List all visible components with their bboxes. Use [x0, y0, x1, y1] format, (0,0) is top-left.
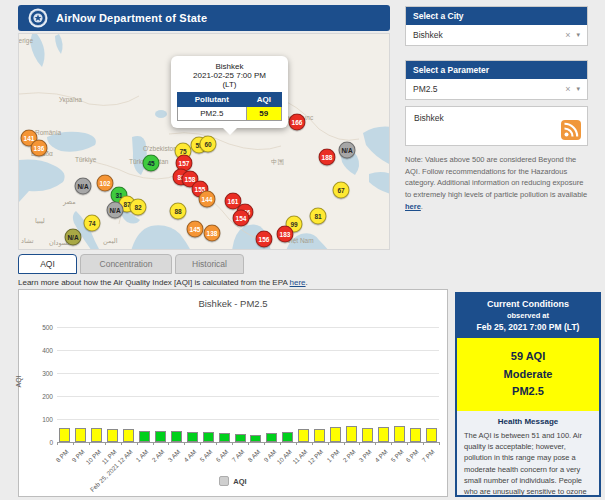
aqi-map-marker[interactable]: 183 — [277, 226, 294, 243]
aqi-map-marker[interactable]: 45 — [143, 155, 160, 172]
aqi-bar — [266, 433, 277, 442]
x-axis-tick — [375, 442, 376, 445]
x-axis-tick — [439, 442, 440, 445]
map-place-label: اليمن — [103, 237, 117, 245]
chart-legend[interactable]: AQI — [19, 476, 447, 486]
aqi-map-marker[interactable]: 81 — [310, 208, 327, 225]
tooltip-city: Bishkek — [177, 62, 282, 71]
select-parameter-panel: Select a Parameter PM2.5 × ▾ — [405, 60, 588, 100]
aqi-map-marker[interactable]: 144 — [199, 191, 216, 208]
map-place-label: تشاد — [21, 237, 33, 245]
tooltip-pollutant-value: PM2.5 — [178, 107, 247, 121]
rss-icon[interactable] — [561, 120, 581, 140]
aqi-map-marker[interactable]: 156 — [256, 231, 273, 248]
gridline — [57, 419, 439, 420]
aqi-map-marker[interactable]: N/A — [75, 178, 92, 195]
aqi-map-marker[interactable]: 74 — [84, 215, 101, 232]
tab-concentration[interactable]: Concentration — [80, 254, 172, 274]
page: AirNow Department of State — [0, 0, 605, 500]
parameter-clear-icon[interactable]: × — [559, 84, 576, 94]
note-here-link[interactable]: here — [405, 202, 421, 211]
parameter-select[interactable]: PM2.5 × ▾ — [406, 79, 587, 99]
y-axis-tick-label: 500 — [27, 324, 53, 331]
tab-aqi[interactable]: AQI — [18, 254, 77, 274]
aqi-bar — [187, 432, 198, 442]
aqi-bar — [219, 433, 230, 442]
health-message-title: Health Message — [464, 417, 592, 426]
aqi-bar — [330, 427, 341, 442]
aqi-value: 59 AQI — [461, 348, 595, 366]
aqi-summary-block: 59 AQI Moderate PM2.5 — [457, 338, 599, 411]
x-axis-tick — [89, 442, 90, 445]
tab-historical[interactable]: Historical — [175, 254, 244, 274]
x-axis-tick — [248, 442, 249, 445]
aqi-map-marker[interactable]: 60 — [200, 136, 217, 153]
beyond-aqi-note: Note: Values above 500 are considered Be… — [405, 154, 590, 212]
y-axis-tick-label: 0 — [27, 439, 53, 446]
y-axis-tick-label: 300 — [27, 370, 53, 377]
observed-at-label: observed at — [461, 311, 595, 320]
city-select-value: Bishkek — [413, 30, 559, 40]
city-select[interactable]: Bishkek × ▾ — [406, 25, 587, 45]
aqi-map-marker[interactable]: N/A — [339, 142, 356, 159]
tooltip-col-aqi: AQI — [246, 93, 281, 107]
current-conditions-title: Current Conditions — [461, 299, 595, 309]
aqi-map-marker[interactable]: 154 — [233, 210, 250, 227]
aqi-bar — [139, 431, 150, 442]
map-place-label: Türkiye — [75, 156, 96, 163]
aqi-map-marker[interactable]: 138 — [204, 225, 221, 242]
x-axis-tick — [391, 442, 392, 445]
aqi-bar — [171, 431, 182, 442]
learn-more-here-link[interactable]: here — [290, 278, 306, 287]
tooltip-arrow — [223, 128, 237, 135]
x-axis-tick — [184, 442, 185, 445]
x-axis-tick — [359, 442, 360, 445]
aqi-map-marker[interactable]: 82 — [130, 199, 147, 216]
map-tooltip: Bishkek 2021-02-25 7:00 PM (LT) Pollutan… — [171, 56, 288, 128]
aqi-map-marker[interactable]: 136 — [31, 140, 48, 157]
aqi-map-marker[interactable]: 67 — [333, 182, 350, 199]
aqi-bar — [394, 426, 405, 442]
parameter-select-value: PM2.5 — [413, 84, 559, 94]
legend-swatch — [219, 476, 229, 486]
x-axis-tick — [105, 442, 106, 445]
x-axis-tick — [264, 442, 265, 445]
aqi-bar — [123, 429, 134, 442]
x-axis-tick — [73, 442, 74, 445]
city-clear-icon[interactable]: × — [559, 30, 576, 40]
parameter-caret-icon[interactable]: ▾ — [576, 85, 580, 93]
aqi-map-marker[interactable]: 166 — [289, 114, 306, 131]
x-axis-tick-label: 8 PM — [55, 448, 70, 463]
map-place-label: مصر — [63, 198, 76, 206]
city-caret-icon[interactable]: ▾ — [576, 31, 580, 39]
x-axis-tick — [168, 442, 169, 445]
aqi-map[interactable]: SverigeУкраїнаRomâniaΕλλάδαTürkiyeO'zbek… — [18, 33, 390, 250]
aqi-map-marker[interactable]: 145 — [187, 221, 204, 238]
x-axis-tick-label: 1 PM — [325, 448, 340, 463]
x-axis-tick — [216, 442, 217, 445]
aqi-bar — [298, 429, 309, 442]
aqi-map-marker[interactable]: N/A — [107, 202, 124, 219]
aqi-map-marker[interactable]: 102 — [97, 175, 114, 192]
rss-panel: Bishkek — [405, 106, 588, 146]
aqi-bar — [314, 429, 325, 442]
select-city-panel: Select a City Bishkek × ▾ — [405, 6, 588, 46]
x-axis-tick-label: 6 AM — [214, 448, 229, 463]
x-axis-tick — [280, 442, 281, 445]
learn-more-text: Learn more about how the Air Quality Ind… — [18, 278, 308, 287]
x-axis-tick — [312, 442, 313, 445]
current-conditions-header: Current Conditions observed at Feb 25, 2… — [457, 294, 599, 338]
aqi-map-marker[interactable]: 88 — [170, 203, 187, 220]
aqi-bar — [426, 428, 437, 442]
x-axis-tick-label: 6 PM — [405, 448, 420, 463]
aqi-map-marker[interactable]: N/A — [65, 229, 82, 246]
x-axis-tick — [153, 442, 154, 445]
aqi-map-marker[interactable]: 188 — [319, 149, 336, 166]
x-axis-tick-label: 12 PM — [307, 448, 325, 466]
x-axis-tick — [423, 442, 424, 445]
aqi-bar — [75, 428, 86, 442]
map-place-label: ليبيا — [35, 217, 45, 225]
aqi-bar — [250, 435, 261, 442]
aqi-bar — [346, 426, 357, 442]
x-axis-tick-label: 2 AM — [150, 448, 165, 463]
